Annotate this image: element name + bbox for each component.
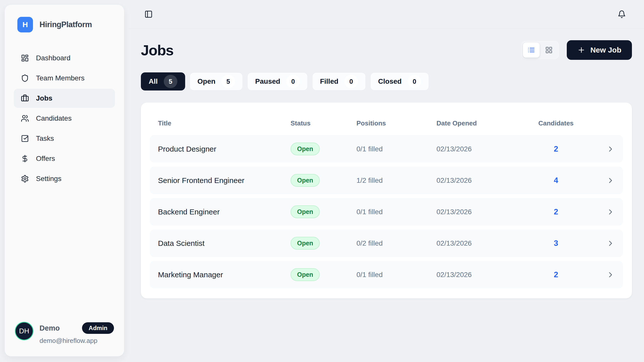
plus-icon	[577, 46, 585, 54]
job-title: Marketing Manager	[158, 270, 291, 279]
briefcase-icon	[21, 94, 29, 102]
table-row[interactable]: Data Scientist Open 0/2 filled 02/13/202…	[150, 230, 623, 257]
header-controls: New Job	[521, 40, 632, 60]
candidates-count[interactable]: 3	[525, 239, 587, 248]
filter-count-badge: 5	[221, 75, 235, 88]
chevron-right-icon	[606, 145, 615, 153]
filter-label: Paused	[255, 77, 280, 85]
sidebar-item-settings[interactable]: Settings	[14, 169, 115, 188]
notifications-button[interactable]	[618, 10, 626, 18]
table-row[interactable]: Marketing Manager Open 0/1 filled 02/13/…	[150, 261, 623, 288]
page-content: Jobs New Job All 5	[129, 40, 644, 298]
positions-cell: 0/2 filled	[356, 239, 436, 247]
dashboard-icon	[21, 54, 29, 62]
positions-cell: 0/1 filled	[356, 145, 436, 153]
filter-tab-all[interactable]: All 5	[141, 72, 185, 90]
sidebar: H HiringPlatform Dashboard Team Members …	[5, 5, 124, 356]
column-header-title: Title	[158, 119, 291, 127]
column-header-date-opened: Date Opened	[436, 119, 525, 127]
status-badge: Open	[291, 143, 320, 155]
users-icon	[21, 114, 29, 122]
row-open-button[interactable]	[606, 176, 615, 185]
status-badge: Open	[291, 205, 320, 218]
candidates-count[interactable]: 4	[525, 176, 587, 185]
date-opened-cell: 02/13/2026	[436, 239, 525, 247]
row-open-button[interactable]	[606, 208, 615, 216]
sidebar-item-label: Candidates	[36, 114, 72, 122]
sidebar-item-label: Offers	[36, 155, 55, 163]
sidebar-item-label: Settings	[36, 175, 61, 183]
chevron-right-icon	[606, 270, 615, 279]
date-opened-cell: 02/13/2026	[436, 176, 525, 185]
filter-tab-open[interactable]: Open 5	[190, 72, 243, 90]
candidates-count[interactable]: 2	[525, 270, 587, 279]
bell-icon	[618, 10, 626, 18]
app-name: HiringPlatform	[39, 20, 92, 29]
candidates-count[interactable]: 2	[525, 207, 587, 216]
status-badge: Open	[291, 174, 320, 187]
filter-tabs: All 5 Open 5 Paused 0 Filled 0 Closed 0	[141, 72, 632, 90]
row-open-button[interactable]	[606, 239, 615, 248]
grid-view-button[interactable]	[541, 42, 557, 58]
main-area: Jobs New Job All 5	[129, 0, 644, 362]
sidebar-item-offers[interactable]: Offers	[14, 149, 115, 168]
job-title: Senior Frontend Engineer	[158, 176, 291, 185]
sidebar-item-team-members[interactable]: Team Members	[14, 69, 115, 88]
column-header-candidates: Candidates	[525, 119, 587, 127]
table-header-row: Title Status Positions Date Opened Candi…	[150, 111, 623, 135]
sidebar-item-candidates[interactable]: Candidates	[14, 109, 115, 128]
avatar: DH	[15, 322, 33, 340]
row-open-button[interactable]	[606, 270, 615, 279]
filter-tab-filled[interactable]: Filled 0	[312, 72, 366, 90]
sidebar-item-tasks[interactable]: Tasks	[14, 129, 115, 148]
app-logo: H HiringPlatform	[5, 5, 124, 41]
filter-label: All	[149, 77, 158, 85]
chevron-right-icon	[606, 239, 615, 248]
row-open-button[interactable]	[606, 145, 615, 153]
user-email: demo@hireflow.app	[39, 337, 114, 345]
filter-count-badge: 5	[164, 75, 177, 88]
filter-count-badge: 0	[344, 75, 358, 88]
check-square-icon	[21, 134, 29, 143]
panel-left-icon	[144, 10, 153, 18]
sidebar-toggle-button[interactable]	[144, 10, 153, 18]
new-job-button[interactable]: New Job	[567, 40, 632, 60]
page-header: Jobs New Job	[141, 40, 632, 60]
table-row[interactable]: Product Designer Open 0/1 filled 02/13/2…	[150, 135, 623, 163]
sidebar-item-label: Dashboard	[36, 54, 70, 62]
user-info: Demo Admin demo@hireflow.app	[39, 322, 114, 345]
date-opened-cell: 02/13/2026	[436, 145, 525, 153]
candidates-count[interactable]: 2	[525, 145, 587, 154]
status-badge: Open	[291, 268, 320, 281]
table-row[interactable]: Backend Engineer Open 0/1 filled 02/13/2…	[150, 198, 623, 225]
chevron-right-icon	[606, 176, 615, 185]
filter-label: Closed	[378, 77, 401, 85]
list-icon	[528, 46, 535, 54]
list-view-button[interactable]	[523, 42, 540, 58]
jobs-table-card: Title Status Positions Date Opened Candi…	[141, 103, 632, 298]
sidebar-item-dashboard[interactable]: Dashboard	[14, 49, 115, 68]
sidebar-nav: Dashboard Team Members Jobs Candidates T…	[5, 49, 124, 188]
page-title: Jobs	[141, 42, 173, 59]
shield-icon	[21, 74, 29, 82]
topbar	[129, 0, 644, 29]
table-row[interactable]: Senior Frontend Engineer Open 1/2 filled…	[150, 167, 623, 194]
filter-tab-paused[interactable]: Paused 0	[247, 72, 308, 90]
sidebar-item-label: Team Members	[36, 74, 85, 82]
filter-count-badge: 0	[286, 75, 300, 88]
sidebar-item-label: Tasks	[36, 134, 54, 143]
filter-label: Open	[197, 77, 216, 85]
sidebar-item-jobs[interactable]: Jobs	[14, 89, 115, 108]
view-toggle	[521, 41, 559, 59]
job-title: Data Scientist	[158, 239, 291, 248]
filter-tab-closed[interactable]: Closed 0	[370, 72, 429, 90]
positions-cell: 1/2 filled	[356, 176, 436, 185]
dollar-icon	[21, 155, 29, 163]
job-title: Product Designer	[158, 145, 291, 153]
new-job-label: New Job	[590, 46, 621, 54]
user-profile[interactable]: DH Demo Admin demo@hireflow.app	[5, 314, 124, 356]
job-title: Backend Engineer	[158, 208, 291, 216]
user-name: Demo	[39, 324, 60, 332]
sidebar-item-label: Jobs	[36, 94, 52, 102]
filter-label: Filled	[320, 77, 338, 85]
